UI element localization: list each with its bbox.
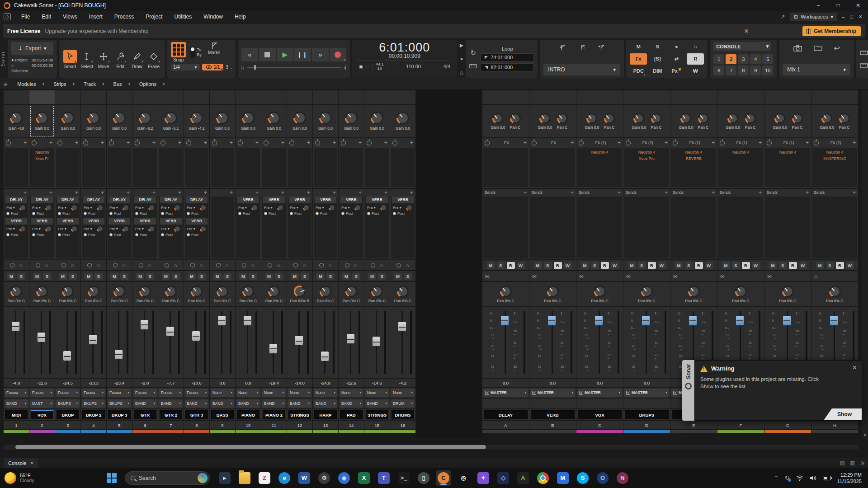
send-post-radio[interactable] [187, 233, 190, 236]
track-name[interactable]: VOX [31, 410, 53, 419]
fader-handle[interactable] [218, 316, 226, 325]
interleave-icon[interactable]: ⋈ [767, 274, 772, 279]
gain-value[interactable]: Gain 0.0 [820, 125, 834, 130]
record-all-icon[interactable]: ● [668, 41, 685, 52]
pan-value[interactable]: Pan 0% C [497, 299, 514, 303]
track-name[interactable]: GTR [134, 410, 156, 419]
mute-button[interactable]: M [534, 262, 542, 269]
send-level-knob[interactable] [174, 225, 181, 232]
clock-widget[interactable]: 12:29 PM 11/15/2025 [837, 472, 862, 484]
pan-knob[interactable] [547, 286, 559, 297]
add-send-button[interactable]: + [712, 189, 715, 196]
send-name[interactable]: DELAY [5, 197, 27, 203]
send-level-knob[interactable] [303, 204, 310, 211]
add-send-button[interactable]: + [152, 189, 156, 196]
bus-name[interactable]: VOX [578, 410, 622, 419]
track-number[interactable]: 13 [313, 421, 338, 429]
solo-button[interactable]: S [198, 273, 206, 280]
pan-top-value[interactable]: Pan C [698, 125, 709, 130]
show-button[interactable]: Show [824, 408, 862, 420]
track-number[interactable]: 7 [158, 421, 184, 429]
mute-button[interactable]: M [213, 273, 222, 280]
fader-handle[interactable] [783, 316, 791, 325]
send-name[interactable]: DELAY [83, 197, 104, 203]
mail-app[interactable]: M [555, 470, 571, 486]
fader-handle[interactable] [269, 344, 277, 353]
add-fx-button[interactable]: + [571, 140, 574, 146]
pan-knob[interactable] [397, 286, 409, 297]
pan-knob[interactable] [139, 286, 151, 297]
output-dropdown[interactable]: BAND▾ [5, 399, 28, 408]
pan-value[interactable]: Pan 0% C [111, 299, 128, 303]
strip-header[interactable] [158, 90, 184, 104]
pan-knob[interactable] [371, 286, 383, 297]
gain-knob[interactable] [190, 112, 203, 124]
gain-value[interactable]: Gain 0.0 [61, 126, 75, 131]
dock-grid-icon[interactable]: ▥ [850, 460, 854, 466]
tool-select[interactable]: Select [80, 49, 94, 69]
mute-button[interactable]: M [722, 262, 730, 269]
send-post-radio[interactable] [135, 233, 138, 236]
track-name[interactable]: BKUP 2 [82, 410, 105, 419]
track-name[interactable]: BKUP 3 [108, 410, 131, 419]
input-dropdown[interactable]: Focusr▾ [82, 389, 105, 397]
strip-header[interactable] [132, 90, 158, 104]
menu-views[interactable]: Views [57, 12, 83, 22]
solo-button[interactable]: S [638, 262, 646, 269]
output-dropdown[interactable]: BAND▾ [288, 399, 311, 408]
track-name[interactable]: PIANO 2 [263, 410, 285, 419]
add-fx-button[interactable]: + [384, 140, 387, 146]
send-post-radio[interactable] [6, 212, 9, 215]
power-icon[interactable] [579, 141, 584, 145]
input-dropdown[interactable]: Focusr▾ [133, 389, 157, 397]
tool-move[interactable]: Move [96, 49, 111, 69]
solo-button[interactable]: S [685, 262, 693, 269]
strip-header[interactable] [764, 90, 811, 104]
add-send-button[interactable]: + [524, 189, 527, 196]
gain-value[interactable]: Gain 0.0 [215, 126, 230, 131]
snap-ratio-button[interactable]: 1/1 [202, 64, 224, 70]
pan-knob[interactable] [242, 286, 254, 297]
fader-value[interactable]: 0.0 [482, 379, 529, 387]
gain-value[interactable]: Gain 0.0 [267, 126, 281, 131]
console-menu-track[interactable]: Track ▾ [80, 80, 108, 88]
screenset-2[interactable]: 2 [726, 54, 736, 64]
solo-button[interactable]: S [544, 262, 552, 269]
tray-chevron-icon[interactable]: ⌃ [774, 475, 778, 481]
snap-dot[interactable]: . [231, 65, 232, 70]
power-icon[interactable] [83, 141, 88, 145]
solo-button[interactable]: S [352, 273, 360, 280]
dim-button[interactable]: DIM [649, 66, 666, 77]
strip-header[interactable] [236, 90, 261, 104]
solo-button[interactable]: S [404, 273, 412, 280]
solo-button[interactable]: S [275, 273, 283, 280]
chrome-app[interactable] [535, 470, 551, 486]
pdc-button[interactable]: PDC [630, 66, 647, 77]
send-level-knob[interactable] [45, 225, 52, 232]
add-send-button[interactable]: + [24, 189, 27, 196]
track-number[interactable]: 11 [261, 421, 287, 429]
strip-header[interactable] [576, 90, 623, 104]
record-arm-icon[interactable] [36, 263, 40, 267]
pan-value[interactable]: Pan 0% C [265, 299, 283, 303]
send-post-radio[interactable] [135, 212, 138, 215]
cakewalk-app[interactable]: C [436, 470, 451, 486]
loop-icon[interactable]: ↻ [469, 49, 477, 57]
weather-widget[interactable]: 55°F Cloudy [0, 472, 104, 484]
power-icon[interactable] [6, 141, 11, 145]
marker-dropdown[interactable]: INTRO▾ [543, 64, 620, 75]
output-dropdown[interactable]: BKUPS▾ [56, 399, 80, 408]
fader-value[interactable]: 0.0 [236, 379, 261, 387]
send-post-radio[interactable] [32, 212, 35, 215]
interleave-icon[interactable]: ⋈ [720, 274, 725, 279]
strip-header[interactable] [81, 90, 106, 104]
track-number[interactable]: 10 [236, 421, 261, 429]
fader-value[interactable]: -12.6 [339, 379, 364, 387]
send-name[interactable]: VERB [263, 197, 285, 203]
send-name[interactable]: DELAY [108, 197, 130, 203]
screenset-7[interactable]: 7 [726, 66, 736, 75]
write-automation-button[interactable]: W [517, 262, 525, 269]
pan-value[interactable]: Pan 0% C [317, 299, 334, 303]
send-post-radio[interactable] [32, 233, 35, 236]
gain-knob[interactable] [774, 113, 785, 124]
